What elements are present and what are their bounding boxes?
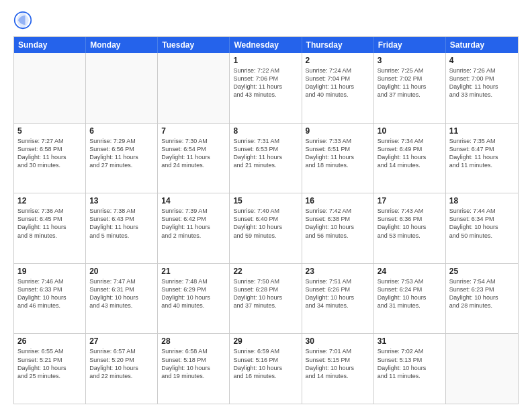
calendar-cell-r0-c0 — [14, 53, 86, 123]
calendar-row-3: 19Sunrise: 7:46 AM Sunset: 6:33 PM Dayli… — [14, 264, 518, 334]
day-number: 23 — [306, 267, 370, 276]
header — [13, 11, 519, 30]
calendar-cell-r1-c0: 5Sunrise: 7:27 AM Sunset: 6:58 PM Daylig… — [14, 124, 86, 193]
cell-daylight-info: Sunrise: 6:59 AM Sunset: 5:16 PM Dayligh… — [233, 347, 298, 380]
calendar: SundayMondayTuesdayWednesdayThursdayFrid… — [13, 36, 519, 404]
calendar-cell-r1-c1: 6Sunrise: 7:29 AM Sunset: 6:56 PM Daylig… — [86, 124, 158, 193]
cell-daylight-info: Sunrise: 7:02 AM Sunset: 5:13 PM Dayligh… — [378, 347, 442, 380]
weekday-header-wednesday: Wednesday — [230, 37, 302, 53]
calendar-cell-r3-c5: 24Sunrise: 7:53 AM Sunset: 6:24 PM Dayli… — [374, 264, 446, 334]
day-number: 10 — [378, 126, 442, 136]
calendar-cell-r3-c1: 20Sunrise: 7:47 AM Sunset: 6:31 PM Dayli… — [86, 264, 158, 334]
calendar-cell-r0-c1 — [86, 53, 158, 123]
cell-daylight-info: Sunrise: 7:30 AM Sunset: 6:54 PM Dayligh… — [161, 137, 226, 170]
day-number: 22 — [233, 267, 298, 276]
cell-daylight-info: Sunrise: 7:47 AM Sunset: 6:31 PM Dayligh… — [89, 277, 154, 310]
cell-daylight-info: Sunrise: 7:50 AM Sunset: 6:28 PM Dayligh… — [233, 277, 298, 310]
calendar-cell-r2-c1: 13Sunrise: 7:38 AM Sunset: 6:43 PM Dayli… — [86, 193, 158, 263]
day-number: 20 — [89, 267, 154, 276]
weekday-header-monday: Monday — [86, 37, 158, 53]
calendar-row-0: 1Sunrise: 7:22 AM Sunset: 7:06 PM Daylig… — [14, 53, 518, 124]
calendar-cell-r0-c4: 2Sunrise: 7:24 AM Sunset: 7:04 PM Daylig… — [302, 53, 374, 123]
day-number: 17 — [378, 196, 442, 205]
calendar-cell-r3-c6: 25Sunrise: 7:54 AM Sunset: 6:23 PM Dayli… — [446, 264, 518, 334]
day-number: 8 — [233, 126, 298, 136]
calendar-cell-r4-c5: 31Sunrise: 7:02 AM Sunset: 5:13 PM Dayli… — [374, 334, 446, 404]
cell-daylight-info: Sunrise: 7:53 AM Sunset: 6:24 PM Dayligh… — [378, 277, 442, 310]
calendar-cell-r4-c3: 29Sunrise: 6:59 AM Sunset: 5:16 PM Dayli… — [230, 334, 302, 404]
calendar-cell-r2-c3: 15Sunrise: 7:40 AM Sunset: 6:40 PM Dayli… — [230, 193, 302, 263]
calendar-cell-r1-c5: 10Sunrise: 7:34 AM Sunset: 6:49 PM Dayli… — [374, 124, 446, 193]
cell-daylight-info: Sunrise: 7:31 AM Sunset: 6:53 PM Dayligh… — [233, 137, 298, 170]
calendar-cell-r1-c2: 7Sunrise: 7:30 AM Sunset: 6:54 PM Daylig… — [158, 124, 230, 193]
cell-daylight-info: Sunrise: 7:48 AM Sunset: 6:29 PM Dayligh… — [161, 277, 226, 310]
cell-daylight-info: Sunrise: 7:34 AM Sunset: 6:49 PM Dayligh… — [378, 137, 442, 170]
cell-daylight-info: Sunrise: 7:24 AM Sunset: 7:04 PM Dayligh… — [306, 66, 370, 99]
cell-daylight-info: Sunrise: 7:46 AM Sunset: 6:33 PM Dayligh… — [17, 277, 82, 310]
weekday-header-tuesday: Tuesday — [158, 37, 230, 53]
calendar-row-2: 12Sunrise: 7:36 AM Sunset: 6:45 PM Dayli… — [14, 193, 518, 264]
day-number: 18 — [449, 196, 515, 205]
day-number: 31 — [378, 336, 442, 346]
day-number: 30 — [306, 336, 370, 346]
cell-daylight-info: Sunrise: 7:35 AM Sunset: 6:47 PM Dayligh… — [449, 137, 515, 170]
day-number: 29 — [233, 336, 298, 346]
calendar-cell-r4-c4: 30Sunrise: 7:01 AM Sunset: 5:15 PM Dayli… — [302, 334, 374, 404]
calendar-cell-r0-c3: 1Sunrise: 7:22 AM Sunset: 7:06 PM Daylig… — [230, 53, 302, 123]
calendar-cell-r4-c0: 26Sunrise: 6:55 AM Sunset: 5:21 PM Dayli… — [14, 334, 86, 404]
weekday-header-sunday: Sunday — [14, 37, 86, 53]
cell-daylight-info: Sunrise: 6:55 AM Sunset: 5:21 PM Dayligh… — [17, 347, 82, 380]
calendar-cell-r1-c3: 8Sunrise: 7:31 AM Sunset: 6:53 PM Daylig… — [230, 124, 302, 193]
calendar-cell-r0-c6: 4Sunrise: 7:26 AM Sunset: 7:00 PM Daylig… — [446, 53, 518, 123]
day-number: 19 — [17, 267, 82, 276]
cell-daylight-info: Sunrise: 7:26 AM Sunset: 7:00 PM Dayligh… — [449, 66, 515, 99]
day-number: 1 — [233, 56, 298, 65]
calendar-cell-r0-c2 — [158, 53, 230, 123]
day-number: 9 — [306, 126, 370, 136]
cell-daylight-info: Sunrise: 7:54 AM Sunset: 6:23 PM Dayligh… — [449, 277, 515, 310]
cell-daylight-info: Sunrise: 7:42 AM Sunset: 6:38 PM Dayligh… — [306, 207, 370, 240]
cell-daylight-info: Sunrise: 7:44 AM Sunset: 6:34 PM Dayligh… — [449, 207, 515, 240]
day-number: 4 — [449, 56, 515, 65]
calendar-cell-r4-c2: 28Sunrise: 6:58 AM Sunset: 5:18 PM Dayli… — [158, 334, 230, 404]
cell-daylight-info: Sunrise: 7:38 AM Sunset: 6:43 PM Dayligh… — [89, 207, 154, 240]
calendar-row-4: 26Sunrise: 6:55 AM Sunset: 5:21 PM Dayli… — [14, 334, 518, 404]
day-number: 16 — [306, 196, 370, 205]
calendar-cell-r4-c1: 27Sunrise: 6:57 AM Sunset: 5:20 PM Dayli… — [86, 334, 158, 404]
cell-daylight-info: Sunrise: 7:40 AM Sunset: 6:40 PM Dayligh… — [233, 207, 298, 240]
day-number: 15 — [233, 196, 298, 205]
calendar-cell-r0-c5: 3Sunrise: 7:25 AM Sunset: 7:02 PM Daylig… — [374, 53, 446, 123]
cell-daylight-info: Sunrise: 7:51 AM Sunset: 6:26 PM Dayligh… — [306, 277, 370, 310]
weekday-header-thursday: Thursday — [302, 37, 374, 53]
day-number: 11 — [449, 126, 515, 136]
cell-daylight-info: Sunrise: 7:29 AM Sunset: 6:56 PM Dayligh… — [89, 137, 154, 170]
day-number: 5 — [17, 126, 82, 136]
calendar-cell-r2-c6: 18Sunrise: 7:44 AM Sunset: 6:34 PM Dayli… — [446, 193, 518, 263]
calendar-cell-r3-c4: 23Sunrise: 7:51 AM Sunset: 6:26 PM Dayli… — [302, 264, 374, 334]
day-number: 6 — [89, 126, 154, 136]
logo-icon — [13, 11, 32, 30]
cell-daylight-info: Sunrise: 7:22 AM Sunset: 7:06 PM Dayligh… — [233, 66, 298, 99]
day-number: 26 — [17, 336, 82, 346]
calendar-cell-r1-c4: 9Sunrise: 7:33 AM Sunset: 6:51 PM Daylig… — [302, 124, 374, 193]
calendar-cell-r2-c4: 16Sunrise: 7:42 AM Sunset: 6:38 PM Dayli… — [302, 193, 374, 263]
day-number: 25 — [449, 267, 515, 276]
calendar-cell-r2-c0: 12Sunrise: 7:36 AM Sunset: 6:45 PM Dayli… — [14, 193, 86, 263]
calendar-cell-r2-c2: 14Sunrise: 7:39 AM Sunset: 6:42 PM Dayli… — [158, 193, 230, 263]
cell-daylight-info: Sunrise: 7:39 AM Sunset: 6:42 PM Dayligh… — [161, 207, 226, 240]
calendar-body: 1Sunrise: 7:22 AM Sunset: 7:06 PM Daylig… — [14, 53, 518, 404]
day-number: 13 — [89, 196, 154, 205]
day-number: 28 — [161, 336, 226, 346]
page: SundayMondayTuesdayWednesdayThursdayFrid… — [0, 0, 532, 411]
cell-daylight-info: Sunrise: 6:57 AM Sunset: 5:20 PM Dayligh… — [89, 347, 154, 380]
day-number: 24 — [378, 267, 442, 276]
cell-daylight-info: Sunrise: 6:58 AM Sunset: 5:18 PM Dayligh… — [161, 347, 226, 380]
cell-daylight-info: Sunrise: 7:01 AM Sunset: 5:15 PM Dayligh… — [306, 347, 370, 380]
day-number: 2 — [306, 56, 370, 65]
calendar-header: SundayMondayTuesdayWednesdayThursdayFrid… — [14, 37, 518, 53]
calendar-cell-r4-c6 — [446, 334, 518, 404]
calendar-row-1: 5Sunrise: 7:27 AM Sunset: 6:58 PM Daylig… — [14, 124, 518, 194]
calendar-cell-r2-c5: 17Sunrise: 7:43 AM Sunset: 6:36 PM Dayli… — [374, 193, 446, 263]
day-number: 12 — [17, 196, 82, 205]
cell-daylight-info: Sunrise: 7:43 AM Sunset: 6:36 PM Dayligh… — [378, 207, 442, 240]
